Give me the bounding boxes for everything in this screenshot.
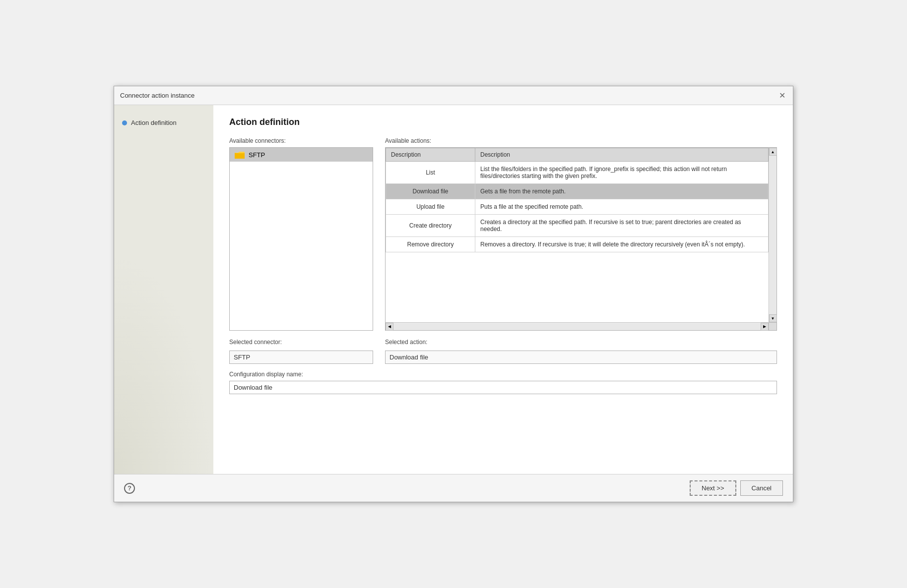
close-button[interactable]: ✕: [777, 91, 787, 101]
actions-table-scroll-area: Description Description ListList the fil…: [386, 148, 777, 322]
dialog-container: Connector action instance ✕ Action defin…: [114, 86, 793, 502]
action-name: Remove directory: [386, 237, 475, 252]
main-content: Action definition Available connectors:: [213, 105, 793, 474]
action-row[interactable]: Create directoryCreates a directory at t…: [386, 215, 769, 237]
page-title: Action definition: [229, 117, 777, 127]
scroll-up-arrow[interactable]: ▲: [769, 148, 777, 156]
scroll-track-v: [770, 156, 777, 314]
sidebar: Action definition: [114, 105, 213, 474]
col-header-name: Description: [386, 148, 475, 162]
action-row[interactable]: Download fileGets a file from the remote…: [386, 184, 769, 199]
connector-item-sftp[interactable]: SFTP: [230, 148, 373, 162]
actions-column: Available actions: Description: [385, 137, 777, 331]
selected-fields-row: Selected connector: Selected action:: [229, 339, 777, 364]
scrollbar-corner: [769, 322, 777, 330]
action-description: List the files/folders in the specified …: [475, 162, 769, 184]
vertical-scrollbar[interactable]: ▲ ▼: [769, 148, 777, 322]
scroll-track-h: [393, 323, 761, 330]
available-actions-label: Available actions:: [385, 137, 777, 144]
two-column-layout: Available connectors:: [229, 137, 777, 331]
action-description: Gets a file from the remote path.: [475, 184, 769, 199]
selected-connector-group: Selected connector:: [229, 339, 373, 364]
action-row[interactable]: Upload filePuts a file at the specified …: [386, 199, 769, 215]
selected-action-label: Selected action:: [385, 339, 777, 346]
available-connectors-label: Available connectors:: [229, 137, 373, 144]
selected-connector-input[interactable]: [229, 351, 373, 364]
action-description: Creates a directory at the specified pat…: [475, 215, 769, 237]
config-name-group: Configuration display name:: [229, 371, 777, 394]
scroll-right-arrow[interactable]: ▶: [761, 323, 769, 331]
next-button[interactable]: Next >>: [690, 480, 736, 496]
connector-name: SFTP: [249, 151, 265, 159]
action-name: Download file: [386, 184, 475, 199]
action-description: Puts a file at the specified remote path…: [475, 199, 769, 215]
folder-icon: [235, 151, 245, 159]
dialog-footer: ? Next >> Cancel: [114, 474, 793, 502]
col-header-desc: Description: [475, 148, 769, 162]
scroll-down-arrow[interactable]: ▼: [769, 314, 777, 322]
action-name: Create directory: [386, 215, 475, 237]
dialog-title: Connector action instance: [120, 92, 194, 99]
footer-left: ?: [124, 483, 135, 494]
footer-right: Next >> Cancel: [690, 480, 783, 496]
dialog-body: Action definition Action definition Avai…: [114, 105, 793, 474]
horizontal-scrollbar[interactable]: ◀ ▶: [386, 322, 769, 330]
selected-action-group: Selected action:: [385, 339, 777, 364]
action-row[interactable]: ListList the files/folders in the specif…: [386, 162, 769, 184]
help-button[interactable]: ?: [124, 483, 135, 494]
action-name: Upload file: [386, 199, 475, 215]
svg-rect-3: [235, 153, 245, 159]
actions-table-container: Description Description ListList the fil…: [385, 147, 777, 331]
connectors-list[interactable]: SFTP: [229, 147, 373, 331]
config-display-name-input[interactable]: [229, 381, 777, 394]
selected-connector-label: Selected connector:: [229, 339, 373, 346]
sidebar-item-action-definition[interactable]: Action definition: [114, 115, 213, 130]
cancel-button[interactable]: Cancel: [740, 480, 783, 496]
config-display-name-label: Configuration display name:: [229, 371, 777, 378]
action-description: Removes a directory. If recursive is tru…: [475, 237, 769, 252]
action-name: List: [386, 162, 475, 184]
title-bar: Connector action instance ✕: [114, 86, 793, 105]
sidebar-dot-icon: [122, 120, 127, 125]
actions-table: Description Description ListList the fil…: [386, 148, 769, 252]
sidebar-item-label: Action definition: [131, 119, 177, 126]
action-row[interactable]: Remove directoryRemoves a directory. If …: [386, 237, 769, 252]
connectors-column: Available connectors:: [229, 137, 373, 331]
scroll-left-arrow[interactable]: ◀: [386, 323, 393, 331]
selected-action-input[interactable]: [385, 351, 777, 364]
